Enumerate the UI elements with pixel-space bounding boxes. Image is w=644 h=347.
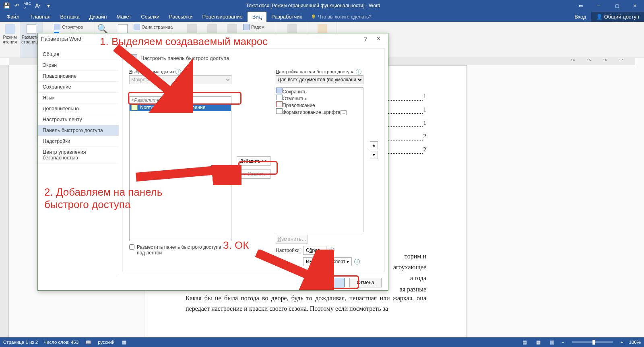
info-icon[interactable]: i	[356, 69, 361, 74]
status-macro-icon[interactable]: ▦	[120, 339, 128, 345]
modify-button[interactable]: Изменить...	[276, 235, 308, 244]
zoom-in-button[interactable]: +	[621, 340, 623, 345]
reading-icon	[5, 24, 15, 34]
separator-item[interactable]: <Разделитель>	[130, 97, 231, 104]
qat-item-format[interactable]: Форматирование шрифта…	[276, 108, 363, 115]
undo-icon[interactable]: ↶	[12, 1, 22, 10]
nav-trust[interactable]: Центр управления безопасностью	[38, 147, 119, 163]
import-export-button[interactable]: Импорт и экспорт ▾	[303, 257, 352, 266]
minimize-icon[interactable]: ─	[590, 0, 608, 11]
tell-me-input[interactable]: Что вы хотите сделать?	[307, 12, 376, 22]
dialog-header-text: Настроить панель быстрого доступа	[140, 55, 229, 61]
nav-general[interactable]: Общие	[38, 49, 119, 60]
hundred-icon	[118, 24, 128, 34]
status-words[interactable]: Число слов: 453	[43, 340, 78, 345]
dialog-help-icon[interactable]: ?	[359, 34, 372, 44]
tab-mailings[interactable]: Рассылки	[164, 12, 197, 22]
dialog-nav: Общие Экран Правописание Сохранение Язык…	[38, 45, 119, 275]
view-read-icon[interactable]: ▤	[520, 339, 528, 345]
qat-header-icon	[129, 54, 137, 62]
macro-item[interactable]: Normal.NewMacros.Ударение	[130, 104, 231, 111]
tab-file[interactable]: Файл	[0, 12, 26, 22]
tab-insert[interactable]: Вставка	[55, 12, 84, 22]
save-icon[interactable]: 💾	[2, 1, 11, 10]
spell-icon	[276, 101, 283, 107]
status-proof-icon[interactable]: 📖	[84, 339, 92, 345]
outline-button[interactable]: Структура	[54, 23, 83, 31]
customize-for-select[interactable]: Для всех документов (по умолчанию)	[276, 75, 363, 84]
dialog-title-text: Параметры Word	[41, 36, 81, 42]
split-icon	[227, 24, 237, 34]
choose-from-select[interactable]: Макросы	[129, 75, 231, 84]
info-icon[interactable]: i	[329, 248, 334, 253]
tab-layout[interactable]: Макет	[111, 12, 136, 22]
move-down-button[interactable]: ▼	[370, 151, 378, 159]
info-icon[interactable]: i	[354, 259, 360, 264]
dialog-close-icon[interactable]: ✕	[372, 34, 385, 44]
nav-qat[interactable]: Панель быстрого доступа	[38, 125, 119, 136]
tab-design[interactable]: Дизайн	[85, 12, 112, 22]
save-icon	[276, 88, 283, 93]
remove-button[interactable]: << Удалить	[237, 169, 270, 179]
qat-listbox[interactable]: Сохранить Отменить▸ Правописание Формати…	[276, 87, 363, 232]
sign-in-button[interactable]: Вход	[570, 12, 591, 22]
outline-icon	[54, 24, 60, 30]
macro-icon	[131, 105, 138, 110]
status-bar: Страница 1 из 2 Число слов: 453 📖 русски…	[0, 337, 644, 347]
nav-addins[interactable]: Надстройки	[38, 136, 119, 147]
title-bar: 💾 ↶ ABC✓ A▾ ▾ Текст.docx [Режим ограниче…	[0, 0, 644, 11]
tab-review[interactable]: Рецензирование	[197, 12, 247, 22]
font-format-icon[interactable]: A▾	[33, 1, 43, 10]
tab-references[interactable]: Ссылки	[136, 12, 164, 22]
status-language[interactable]: русский	[98, 340, 114, 345]
macros-icon	[318, 24, 327, 34]
reset-button[interactable]: Сброс ▾	[303, 246, 326, 255]
undo-icon	[276, 95, 283, 100]
maximize-icon[interactable]: ▢	[608, 0, 626, 11]
move-up-button[interactable]: ▲	[370, 141, 378, 149]
expand-icon[interactable]: …	[341, 110, 347, 115]
share-icon: 👤	[596, 14, 603, 20]
info-icon[interactable]: i	[175, 69, 181, 74]
nav-customize-ribbon[interactable]: Настроить ленту	[38, 114, 119, 125]
tab-developer[interactable]: Разработчик	[266, 12, 307, 22]
status-page[interactable]: Страница 1 из 2	[3, 340, 38, 345]
zoom-out-button[interactable]: −	[561, 340, 564, 345]
qat-item-undo[interactable]: Отменить▸	[276, 95, 363, 101]
below-ribbon-checkbox[interactable]	[129, 244, 134, 250]
one-page-button[interactable]: Одна страница	[134, 23, 173, 31]
dialog-main: Настроить панель быстрого доступа Выбрат…	[122, 48, 385, 272]
add-button[interactable]: Добавить >>	[237, 156, 270, 166]
zoom-slider[interactable]	[572, 341, 613, 343]
spell-icon[interactable]: ABC✓	[23, 1, 32, 10]
tab-view[interactable]: Вид	[248, 12, 267, 22]
one-page-icon	[134, 24, 140, 30]
ok-button[interactable]: ОК	[312, 278, 345, 287]
tab-home[interactable]: Главная	[26, 12, 55, 22]
nav-language[interactable]: Язык	[38, 93, 119, 103]
side-by-side-button[interactable]: Рядом	[243, 23, 264, 31]
nav-save[interactable]: Сохранение	[38, 82, 119, 93]
qat-customize-icon[interactable]: ▾	[43, 1, 53, 10]
zoom-icon: 🔍	[97, 24, 108, 34]
commands-listbox[interactable]: <Разделитель> Normal.NewMacros.Ударение	[129, 96, 231, 241]
below-ribbon-label: Разместить панель быстрого доступа под л…	[137, 244, 226, 256]
view-web-icon[interactable]: ▥	[548, 339, 556, 345]
qat-item-spell[interactable]: Правописание	[276, 101, 363, 108]
nav-display[interactable]: Экран	[38, 60, 119, 71]
view-print-icon[interactable]: ▦	[534, 339, 542, 345]
ribbon-options-icon[interactable]: ▭	[572, 0, 590, 11]
customize-for-label: Настройка панели быстрого доступа:i	[276, 69, 363, 74]
vertical-ruler[interactable]	[0, 65, 9, 337]
qat-item-save[interactable]: Сохранить	[276, 88, 363, 95]
nav-advanced[interactable]: Дополнительно	[38, 103, 119, 114]
window-title: Текст.docx [Режим ограниченной функциона…	[55, 3, 572, 8]
page-layout-icon	[27, 24, 36, 34]
zoom-level[interactable]: 106%	[629, 340, 641, 345]
cancel-button[interactable]: Отмена	[349, 278, 382, 287]
settings-label: Настройки:	[276, 248, 301, 253]
nav-proofing[interactable]: Правописание	[38, 71, 119, 82]
share-button[interactable]: 👤Общий доступ	[591, 12, 644, 22]
reading-mode-button[interactable]: Режим чтения	[1, 23, 19, 45]
close-icon[interactable]: ✕	[626, 0, 644, 11]
